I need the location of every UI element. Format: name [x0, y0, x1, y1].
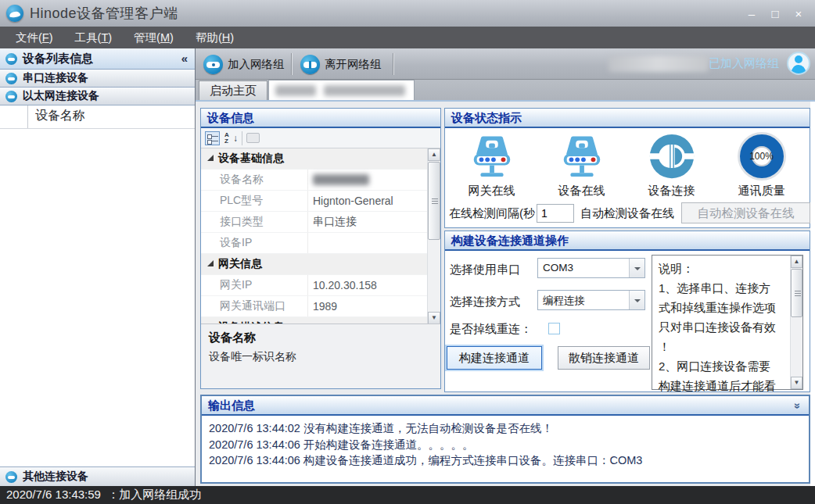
menu-tools-post: ) — [108, 31, 112, 44]
reconnect-checkbox[interactable] — [548, 323, 560, 334]
indicator-label: 网关在线 — [447, 184, 537, 198]
reconnect-label: 是否掉线重连： — [450, 322, 532, 337]
thumb-grip — [432, 201, 438, 202]
column-divider — [27, 105, 28, 128]
channel-panel-title: 构建设备连接通道操作 — [445, 231, 810, 251]
output-collapse-icon[interactable]: » — [789, 403, 807, 409]
app-logo-icon — [6, 5, 23, 22]
indicator-gateway-online: 网关在线 — [447, 130, 537, 198]
build-channel-button[interactable]: 构建连接通道 — [447, 346, 542, 370]
device-name-column-header[interactable]: 设备名称 — [35, 108, 85, 124]
statusbar-text: 2020/7/6 13:43:59 ：加入网络组成功 — [0, 486, 815, 503]
window-title: Hinode设备管理客户端 — [30, 4, 178, 23]
sidebar-header[interactable]: 设备列表信息 « — [0, 48, 195, 70]
tab-home[interactable]: 启动主页 — [199, 80, 267, 100]
property-value: Hignton-General — [307, 191, 427, 211]
property-row[interactable]: 网关通讯端口1989 — [201, 296, 427, 317]
sidebar-collapse-icon[interactable]: « — [181, 52, 188, 65]
categorized-view-icon[interactable] — [205, 131, 220, 145]
toolbar-separator — [393, 53, 393, 75]
menu-file-pre: 文件( — [16, 31, 42, 44]
property-row[interactable]: PLC型号Hignton-General — [201, 191, 427, 212]
device-list-sidebar: 设备列表信息 « 串口连接设备 以太网连接设备 设备名称 其他连接设备 — [0, 48, 196, 486]
menu-tools-key: T — [101, 31, 108, 44]
release-channel-button[interactable]: 散销连接通道 — [558, 346, 650, 370]
tabstrip: 启动主页 q — [196, 80, 815, 100]
device-list-icon — [5, 53, 17, 65]
indicator-label: 设备连接 — [627, 184, 716, 198]
property-key: 网关通讯端口 — [201, 299, 307, 313]
property-row[interactable]: 设备IP — [201, 233, 427, 254]
output-log[interactable]: 2020/7/6 13:44:02 没有构建连接通道，无法自动检测设备是否在线！… — [202, 416, 809, 474]
device-status-panel: 设备状态指示 网关在线 — [444, 108, 810, 228]
interval-input[interactable] — [537, 204, 574, 223]
auto-detect-button[interactable]: 自动检测设备在线 — [681, 202, 810, 223]
property-row[interactable]: 网关IP10.20.30.158 — [201, 275, 427, 296]
user-avatar[interactable] — [787, 52, 810, 75]
scroll-down-icon[interactable]: ▼ — [791, 377, 802, 389]
leave-network-button[interactable]: 离开网络组 — [297, 52, 390, 77]
interval-label: 在线检测间隔(秒 — [449, 206, 537, 221]
property-value — [307, 233, 427, 253]
close-button[interactable]: × — [787, 7, 810, 20]
sidebar-item-ethernet-devices[interactable]: 以太网连接设备 — [0, 88, 195, 105]
chevron-down-icon[interactable] — [629, 259, 644, 277]
scroll-up-icon[interactable]: ▲ — [791, 256, 802, 268]
thumb-grip — [795, 293, 801, 294]
instructions-scrollbar[interactable]: ▲ ▼ — [790, 256, 802, 389]
comm-quality-value: 100% — [749, 151, 774, 162]
scrollbar-thumb[interactable] — [791, 269, 802, 317]
menu-file-post: ) — [49, 31, 53, 44]
content-right-gutter — [810, 102, 815, 486]
other-device-icon — [5, 471, 17, 483]
menu-file[interactable]: 文件(F) — [5, 27, 64, 48]
join-network-icon — [203, 55, 223, 74]
scroll-up-icon[interactable]: ▲ — [428, 148, 440, 161]
menubar: 文件(F) 工具(T) 管理(M) 帮助(H) — [0, 27, 815, 48]
serial-device-icon — [5, 73, 17, 84]
property-grid-toolbar — [201, 128, 440, 148]
sidebar-item-other-devices[interactable]: 其他连接设备 — [0, 466, 195, 486]
instruction-line: 构建连接通道后才能看 — [659, 376, 787, 395]
menu-manage-pre: 管理( — [134, 31, 160, 44]
channel-operations-panel: 构建设备连接通道操作 选择使用串口 COM3 选择连接方式 编程连接 是否掉线重… — [444, 231, 810, 392]
serial-port-select[interactable]: COM3 — [537, 258, 645, 278]
connect-mode-select[interactable]: 编程连接 — [537, 290, 645, 310]
toolbar-separator — [291, 53, 292, 75]
output-title-text: 输出信息 — [208, 399, 255, 412]
property-grid-scrollbar[interactable]: ▲ ▼ — [427, 148, 440, 324]
property-category[interactable]: 设备基础信息 — [201, 148, 427, 170]
device-status-title: 设备状态指示 — [445, 109, 810, 128]
category-expander-icon[interactable] — [207, 155, 214, 161]
comm-quality-ring-icon: 100% — [740, 134, 784, 178]
property-key: 设备IP — [201, 236, 307, 250]
gateway-online-icon — [468, 134, 516, 179]
property-key: 接口类型 — [201, 215, 307, 229]
device-online-icon — [558, 134, 606, 179]
minimize-button[interactable]: – — [740, 7, 763, 20]
property-category[interactable]: 网关信息 — [201, 254, 427, 275]
sidebar-item-label: 其他连接设备 — [23, 470, 88, 484]
leave-network-icon — [300, 55, 320, 74]
menu-help[interactable]: 帮助(H) — [185, 27, 245, 48]
join-network-button[interactable]: 加入网络组 — [200, 52, 293, 77]
menu-manage-key: M — [160, 31, 170, 44]
maximize-button[interactable]: □ — [763, 7, 787, 20]
redacted-device-name — [313, 174, 369, 185]
menu-tools[interactable]: 工具(T) — [64, 27, 124, 48]
category-expander-icon[interactable] — [207, 260, 214, 266]
category-label: 设备基础信息 — [218, 152, 284, 166]
property-key: 设备名称 — [201, 173, 307, 187]
scrollbar-thumb[interactable] — [428, 162, 440, 240]
sort-az-icon[interactable] — [224, 131, 238, 145]
property-row[interactable]: 设备名称 — [201, 170, 427, 191]
menu-manage[interactable]: 管理(M) — [123, 27, 185, 48]
menu-file-key: F — [42, 31, 49, 44]
sidebar-item-serial-devices[interactable]: 串口连接设备 — [0, 70, 195, 88]
chevron-down-icon[interactable] — [629, 291, 644, 309]
scroll-down-icon[interactable]: ▼ — [428, 312, 440, 324]
property-value: 10.20.30.158 — [307, 275, 427, 295]
tab-device[interactable]: q — [268, 80, 415, 100]
device-connect-icon — [648, 133, 695, 180]
property-row[interactable]: 接口类型串口连接 — [201, 212, 427, 233]
